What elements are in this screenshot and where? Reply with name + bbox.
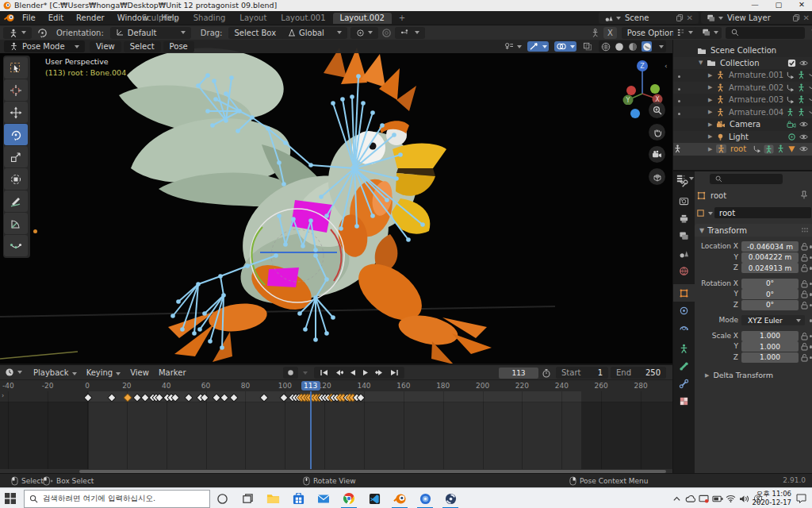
panel-delta-transform[interactable]: ▶Delta Transform <box>705 369 812 381</box>
prop-field-y[interactable]: 0° <box>741 289 799 299</box>
animate-dot[interactable] <box>810 256 812 260</box>
taskbar-app-app-rings[interactable] <box>441 489 460 508</box>
properties-tab-bone[interactable] <box>673 357 695 375</box>
timeline-channel-expand-arrow[interactable]: › <box>2 392 4 399</box>
outliner-editor-type-dropdown[interactable] <box>673 27 696 39</box>
tool-scale[interactable] <box>4 146 28 167</box>
tab-layout.002[interactable]: Layout.002 <box>333 13 392 24</box>
properties-tab-output[interactable] <box>673 210 695 227</box>
taskbar-app-mail[interactable] <box>314 489 333 508</box>
play-reverse-button[interactable] <box>350 369 356 376</box>
outliner-row-armature-004[interactable]: ▶Armature.004 <box>673 106 812 119</box>
prop-field-z[interactable]: 1.000 <box>741 352 799 363</box>
timeline-menu-keying[interactable]: Keying <box>82 368 126 377</box>
prop-field-z[interactable]: 0.024913 m <box>741 263 799 273</box>
lock-icon[interactable] <box>801 264 808 272</box>
properties-search-input[interactable] <box>710 174 783 184</box>
properties-tab-scene[interactable] <box>673 244 695 262</box>
tool-rotate[interactable] <box>4 124 28 145</box>
menu-render[interactable]: Render <box>70 13 111 22</box>
next-keyframe-button[interactable] <box>375 369 384 376</box>
animate-dot[interactable] <box>810 319 812 322</box>
taskbar-search-box[interactable]: 검색하려면 여기에 입력하십시오. <box>24 490 210 508</box>
outliner-row-armature-001[interactable]: ▶Armature.001 <box>673 69 812 82</box>
tray-cloud-icon[interactable] <box>684 489 697 508</box>
shading-wireframe-button[interactable] <box>601 42 611 52</box>
tool-select-box[interactable] <box>4 57 28 79</box>
tool-measure[interactable] <box>4 213 28 234</box>
object-name-field[interactable]: root <box>714 207 811 218</box>
properties-tab-render[interactable] <box>673 192 695 210</box>
rotate-tool-icon[interactable] <box>36 27 48 39</box>
tab-shading[interactable]: Shading <box>186 13 233 24</box>
taskbar-app-cortana[interactable] <box>213 489 232 508</box>
active-tool-dropdown[interactable] <box>3 27 32 39</box>
timeline-menu-marker[interactable]: Marker <box>154 368 191 377</box>
start-button[interactable] <box>5 493 16 504</box>
breadcrumb-object[interactable]: root <box>710 191 726 200</box>
viewport-3d[interactable]: Pose Mode ViewSelectPose <box>0 40 672 364</box>
action-center-icon[interactable] <box>796 494 806 503</box>
properties-tab-object[interactable] <box>673 284 695 302</box>
timeline-menu-view[interactable]: View <box>125 368 154 377</box>
animate-dot[interactable] <box>810 245 812 248</box>
current-frame-indicator[interactable]: 113 <box>301 381 320 391</box>
menu-file[interactable]: File <box>16 13 42 22</box>
outliner-row-armature-002[interactable]: ▶Armature.002 <box>673 82 812 94</box>
properties-editor-type-dropdown[interactable] <box>676 174 694 183</box>
overlays-dropdown[interactable] <box>554 41 576 52</box>
ortho-toggle-button[interactable] <box>649 168 665 185</box>
use-preview-range-toggle[interactable] <box>542 368 551 378</box>
animate-dot[interactable] <box>810 304 812 307</box>
taskbar-clock[interactable]: 오후 11:06 2020-12-17 <box>753 490 791 507</box>
viewport-menu-select[interactable]: Select <box>124 41 161 52</box>
tool-move[interactable] <box>4 102 28 123</box>
outliner-row-collection[interactable]: ▼Collection <box>673 57 812 70</box>
shading-solid-button[interactable] <box>615 42 624 52</box>
tray-wifi-icon[interactable] <box>724 489 737 508</box>
keying-set-dropdown[interactable] <box>303 371 308 375</box>
tool-cursor[interactable] <box>4 79 28 101</box>
taskbar-app-explorer[interactable] <box>263 489 282 508</box>
transform-panel-header[interactable]: ▼ Transform <box>695 224 812 237</box>
animate-dot[interactable] <box>810 335 812 338</box>
frame-start-field[interactable]: Start1 <box>556 367 608 379</box>
outliner-row-root[interactable]: ▶root <box>673 143 812 156</box>
snap-toggle-button[interactable]: X <box>603 27 617 39</box>
maximize-button[interactable]: ▢ <box>768 0 790 9</box>
taskbar-app-chrome[interactable] <box>339 489 358 508</box>
animate-dot[interactable] <box>810 283 812 286</box>
close-button[interactable]: ✕ <box>791 0 812 9</box>
sidebar-collapse-arrow[interactable]: ‹ <box>665 62 668 70</box>
pan-button[interactable] <box>649 124 665 140</box>
animate-dot[interactable] <box>810 267 812 270</box>
prop-field-location x[interactable]: -0.046034 m <box>741 241 799 252</box>
prop-field-y[interactable]: 1.000 <box>741 341 799 352</box>
camera-view-button[interactable] <box>649 146 665 163</box>
tool-transform[interactable] <box>4 168 28 190</box>
gizmos-dropdown[interactable] <box>527 41 549 52</box>
menu-edit[interactable]: Edit <box>42 13 70 22</box>
current-frame-field[interactable]: 113 <box>499 368 538 379</box>
transform-orientation-dropdown[interactable]: Global <box>282 27 347 39</box>
outliner-row-camera[interactable]: ▶Camera <box>673 118 812 131</box>
tab-layout[interactable]: Layout <box>232 13 274 24</box>
view-axis-ball[interactable] <box>630 108 641 119</box>
jump-to-end-button[interactable] <box>390 369 398 376</box>
properties-tab-texture[interactable] <box>673 392 695 410</box>
new-workspace-button[interactable]: + <box>392 13 412 24</box>
timeline-ruler[interactable]: -40-200204060801001201401601802002202402… <box>0 380 672 391</box>
mode-dropdown[interactable]: Pose Mode <box>4 40 85 52</box>
outliner-search-input[interactable] <box>726 27 805 39</box>
timeline-editor-type-dropdown[interactable] <box>5 368 22 377</box>
prop-field-z[interactable]: 0° <box>741 300 799 310</box>
lock-icon[interactable] <box>801 342 808 351</box>
scene-selector[interactable]: Scene ✕ <box>599 12 699 24</box>
tab-sculpting[interactable]: Sculpting <box>135 13 186 24</box>
tray-battery-icon[interactable] <box>710 489 724 508</box>
viewport-menu-pose[interactable]: Pose <box>163 41 194 52</box>
lock-icon[interactable] <box>801 242 808 251</box>
blender-logo-icon[interactable] <box>4 13 15 22</box>
unlink-icon[interactable]: ✕ <box>687 13 693 22</box>
play-button[interactable] <box>362 369 369 376</box>
